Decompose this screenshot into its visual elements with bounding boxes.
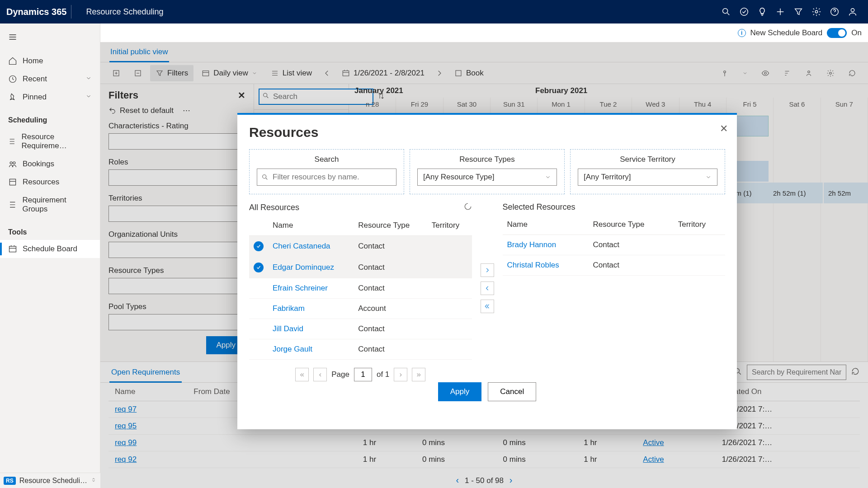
dialog-apply-button[interactable]: Apply <box>438 382 482 401</box>
column-header[interactable] <box>249 216 268 236</box>
gear-icon[interactable] <box>807 3 826 21</box>
lightbulb-icon[interactable] <box>753 3 771 21</box>
filter-icon[interactable] <box>789 3 807 21</box>
sidebar-item-pinned[interactable]: Pinned <box>0 88 100 106</box>
sidebar-section-tools: Tools <box>0 218 100 240</box>
app-switcher-label: Resource Scheduli… <box>19 477 87 485</box>
all-resources-title: All Resources <box>249 203 299 212</box>
filter-label: Search <box>315 155 339 164</box>
table-row[interactable]: Efrain SchreinerContact <box>249 278 472 299</box>
resource-link[interactable]: Fabrikam <box>268 299 354 319</box>
resource-link[interactable]: Jorge Gault <box>268 339 354 360</box>
table-row[interactable]: Edgar DominquezContact <box>249 257 472 278</box>
sidebar-item-home[interactable]: Home <box>0 52 100 70</box>
column-header[interactable]: Name <box>503 215 589 235</box>
sidebar-item-recent[interactable]: Recent <box>0 70 100 88</box>
sidebar-item-resource-requirements[interactable]: Resource Requireme… <box>0 128 100 155</box>
checkmark-icon[interactable] <box>254 263 264 272</box>
table-row[interactable]: Cheri CastanedaContact <box>249 236 472 257</box>
sidebar-item-label: Resources <box>23 178 59 187</box>
select-value: [Any Resource Type] <box>423 173 495 182</box>
territory-select[interactable]: [Any Territory] <box>578 169 717 186</box>
chevron-updown-icon[interactable] <box>90 477 97 485</box>
help-icon[interactable] <box>826 3 844 21</box>
hamburger-icon[interactable] <box>0 30 100 52</box>
selected-resources-title: Selected Resources <box>503 202 576 212</box>
sidebar-item-label: Recent <box>23 75 47 84</box>
filter-territory-box: Service Territory [Any Territory] <box>570 149 725 194</box>
table-row[interactable]: Brady HannonContact <box>503 235 726 255</box>
table-row[interactable]: Jill DavidContact <box>249 319 472 339</box>
filter-label: Resource Types <box>459 155 515 164</box>
info-icon: i <box>738 29 746 37</box>
table-row[interactable]: Christal RoblesContact <box>503 255 726 276</box>
table-row[interactable]: Jorge GaultContact <box>249 339 472 360</box>
resource-link[interactable]: Efrain Schreiner <box>268 278 354 299</box>
dialog-title: Resources <box>249 125 725 140</box>
new-board-toggle[interactable] <box>827 28 847 38</box>
pager-last-icon[interactable]: » <box>412 368 425 381</box>
resource-link[interactable]: Christal Robles <box>503 255 589 276</box>
sidebar-item-bookings[interactable]: Bookings <box>0 155 100 173</box>
sidebar: Home Recent Pinned Scheduling Resource R… <box>0 23 100 488</box>
brand: Dynamics 365 <box>6 7 66 17</box>
resource-link[interactable]: Brady Hannon <box>503 235 589 255</box>
search-icon[interactable] <box>717 3 735 21</box>
task-icon[interactable] <box>735 3 753 21</box>
svg-point-0 <box>723 9 728 14</box>
move-left-button[interactable] <box>481 282 494 295</box>
all-resources-table: NameResource TypeTerritory Cheri Castane… <box>249 216 472 360</box>
svg-point-4 <box>851 9 854 12</box>
pager-prev-icon[interactable]: ‹ <box>313 368 327 381</box>
page-of: of 1 <box>377 370 389 379</box>
column-header[interactable]: Resource Type <box>354 216 427 236</box>
app-name: Resource Scheduling <box>86 7 163 17</box>
sidebar-item-label: Pinned <box>23 93 47 102</box>
svg-point-6 <box>10 162 12 164</box>
checkmark-icon[interactable] <box>254 241 264 251</box>
filter-resource-types-box: Resource Types [Any Resource Type] <box>410 149 565 194</box>
close-dialog-icon[interactable]: ✕ <box>720 123 728 135</box>
table-row[interactable]: FabrikamAccount <box>249 299 472 319</box>
move-all-left-button[interactable] <box>481 300 494 313</box>
sidebar-item-label: Requirement Groups <box>22 196 92 214</box>
column-header[interactable]: Name <box>268 216 354 236</box>
resource-type-select[interactable]: [Any Resource Type] <box>417 169 557 186</box>
sidebar-item-label: Home <box>23 56 43 66</box>
sidebar-item-requirement-groups[interactable]: Requirement Groups <box>0 191 100 218</box>
column-header[interactable]: Territory <box>674 215 725 235</box>
chevron-down-icon[interactable] <box>85 93 92 102</box>
filter-search-box: Search <box>249 149 404 194</box>
chevron-down-icon[interactable] <box>85 75 92 84</box>
dialog-cancel-button[interactable]: Cancel <box>488 382 536 401</box>
sidebar-item-label: Resource Requireme… <box>22 132 92 150</box>
dialog-search-input[interactable] <box>257 169 396 186</box>
column-header[interactable]: Territory <box>427 216 472 236</box>
app-pill: RS <box>4 477 16 485</box>
divider <box>71 5 71 19</box>
resource-link[interactable]: Jill David <box>268 319 354 339</box>
sidebar-item-resources[interactable]: Resources <box>0 173 100 191</box>
search-icon <box>261 174 269 181</box>
sidebar-item-schedule-board[interactable]: Schedule Board <box>0 240 100 258</box>
resource-link[interactable]: Cheri Castaneda <box>268 236 354 257</box>
profile-icon[interactable] <box>844 3 862 21</box>
page-input[interactable] <box>354 368 372 381</box>
resources-dialog: Resources ✕ Search Resource Types [Any R… <box>237 113 737 429</box>
sidebar-item-label: Bookings <box>23 160 54 169</box>
move-right-button[interactable] <box>481 263 494 277</box>
column-header[interactable]: Resource Type <box>588 215 673 235</box>
page-label: Page <box>331 370 349 379</box>
dialog-pager: « ‹ Page of 1 › » <box>249 368 472 381</box>
pager-next-icon[interactable]: › <box>394 368 407 381</box>
svg-point-1 <box>741 8 748 16</box>
new-board-label: New Schedule Board <box>750 28 823 38</box>
pager-first-icon[interactable]: « <box>295 368 309 381</box>
resource-link[interactable]: Edgar Dominquez <box>268 257 354 278</box>
sidebar-section-scheduling: Scheduling <box>0 106 100 128</box>
add-icon[interactable] <box>771 3 789 21</box>
svg-point-7 <box>13 162 15 164</box>
app-switcher[interactable]: RS Resource Scheduli… <box>0 473 100 488</box>
loading-icon <box>464 202 472 213</box>
select-value: [Any Territory] <box>584 173 631 182</box>
